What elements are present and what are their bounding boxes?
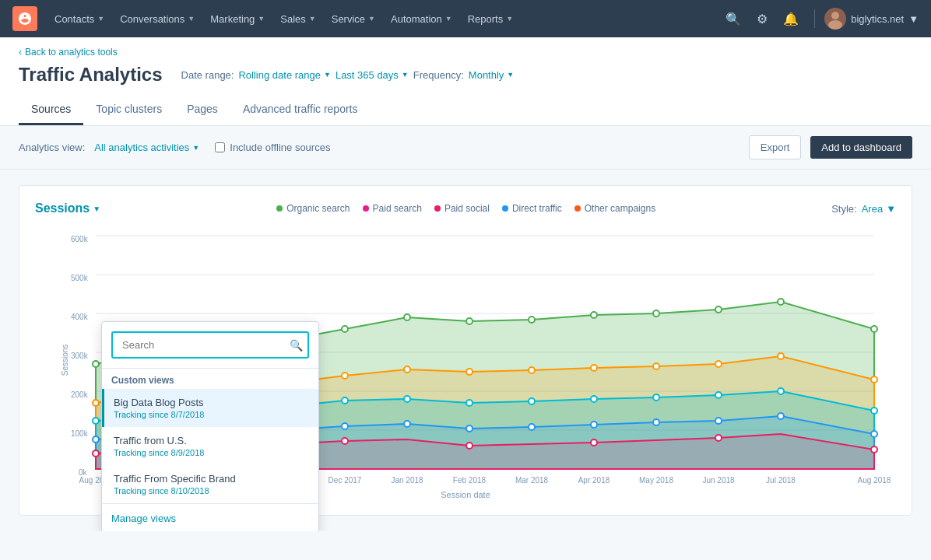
- nav-item-contacts[interactable]: Contacts▼: [47, 9, 112, 30]
- period-chevron: ▼: [402, 71, 409, 79]
- dropdown-item-traffic-from-specific-brand[interactable]: Traffic From Specific BrandTracking sinc…: [102, 465, 318, 503]
- sessions-dropdown[interactable]: Sessions ▼: [35, 201, 100, 215]
- search-icon[interactable]: 🔍: [719, 7, 747, 31]
- nav-item-conversations[interactable]: Conversations▼: [112, 9, 202, 30]
- rolling-chevron: ▼: [324, 71, 331, 79]
- svg-point-25: [591, 312, 597, 318]
- svg-text:Jan 2018: Jan 2018: [391, 476, 423, 485]
- analytics-view-value: All analytics activities: [94, 142, 189, 153]
- dropdown-item-sub: Tracking since 8/7/2018: [114, 410, 309, 419]
- svg-point-34: [342, 373, 348, 379]
- nav-item-automation[interactable]: Automation▼: [383, 9, 460, 30]
- nav-item-sales[interactable]: Sales▼: [272, 9, 323, 30]
- svg-point-49: [466, 400, 473, 406]
- user-avatar: [824, 8, 846, 30]
- svg-text:300k: 300k: [71, 352, 89, 360]
- legend-item-paid-search: Paid search: [363, 203, 422, 214]
- svg-point-63: [529, 424, 535, 430]
- nav-label-reports: Reports: [468, 13, 504, 25]
- svg-point-72: [466, 443, 473, 449]
- nav-chevron-reports: ▼: [506, 15, 513, 23]
- dropdown-item-traffic-from-u.s.[interactable]: Traffic from U.S.Tracking since 8/9/2018: [102, 427, 318, 465]
- analytics-view-dropdown[interactable]: All analytics activities ▼: [94, 142, 199, 153]
- settings-icon[interactable]: ⚙: [750, 7, 774, 31]
- sessions-label-text: Sessions: [35, 201, 90, 215]
- svg-point-17: [93, 361, 99, 367]
- legend-dot: [574, 205, 581, 212]
- svg-point-38: [591, 365, 597, 371]
- dropdown-item-title: Traffic from U.S.: [114, 435, 309, 446]
- svg-point-26: [653, 310, 659, 317]
- add-to-dashboard-button[interactable]: Add to dashboard: [810, 136, 912, 159]
- tab-topic-clusters[interactable]: Topic clusters: [83, 95, 174, 125]
- style-dropdown[interactable]: Area ▼: [862, 203, 896, 215]
- nav-items: Contacts▼Conversations▼Marketing▼Sales▼S…: [47, 9, 521, 30]
- export-button[interactable]: Export: [749, 135, 802, 159]
- svg-point-35: [404, 366, 410, 373]
- nav-label-marketing: Marketing: [210, 13, 255, 25]
- style-label: Style:: [831, 203, 857, 215]
- nav-label-sales: Sales: [280, 13, 306, 25]
- svg-point-24: [529, 317, 535, 323]
- dropdown-item-sub: Tracking since 8/10/2018: [114, 486, 309, 495]
- chart-legend: Organic searchPaid searchPaid socialDire…: [276, 203, 655, 214]
- svg-text:Dec 2017: Dec 2017: [328, 476, 362, 485]
- svg-point-69: [93, 450, 99, 457]
- user-menu[interactable]: biglytics.net ▼: [824, 8, 919, 30]
- tab-sources[interactable]: Sources: [19, 95, 83, 125]
- dropdown-item-big-data-blog-posts[interactable]: Big Data Blog PostsTracking since 8/7/20…: [102, 389, 318, 427]
- filter-row: Date range: Rolling date range ▼ Last 36…: [181, 69, 515, 81]
- svg-text:Apr 2018: Apr 2018: [578, 476, 610, 485]
- tabs: SourcesTopic clustersPagesAdvanced traff…: [19, 95, 912, 125]
- user-domain: biglytics.net: [851, 13, 904, 25]
- chart-header: Sessions ▼ Organic searchPaid searchPaid…: [35, 201, 896, 215]
- dropdown-search-box: 🔍: [102, 322, 318, 369]
- dropdown-search-input[interactable]: [111, 331, 309, 359]
- nav-label-contacts: Contacts: [54, 13, 94, 25]
- nav-label-conversations: Conversations: [120, 13, 184, 25]
- legend-dot: [276, 205, 283, 212]
- svg-point-48: [404, 396, 410, 402]
- nav-item-service[interactable]: Service▼: [324, 9, 383, 30]
- svg-point-41: [778, 353, 784, 359]
- frequency-label: Frequency:: [413, 69, 464, 81]
- frequency-dropdown[interactable]: Monthly ▼: [469, 69, 514, 81]
- date-period-value: Last 365 days: [336, 69, 399, 81]
- hubspot-logo[interactable]: [12, 6, 37, 31]
- date-period-dropdown[interactable]: Last 365 days ▼: [336, 69, 409, 81]
- nav-item-reports[interactable]: Reports▼: [460, 9, 521, 30]
- svg-point-73: [591, 439, 597, 446]
- legend-item-direct-traffic: Direct traffic: [502, 203, 562, 214]
- nav-label-service: Service: [332, 13, 365, 25]
- svg-point-42: [871, 376, 877, 383]
- svg-text:Jul 2018: Jul 2018: [766, 476, 796, 485]
- svg-text:Feb 2018: Feb 2018: [453, 476, 487, 485]
- notifications-icon[interactable]: 🔔: [777, 7, 805, 31]
- back-link[interactable]: ‹ Back to analytics tools: [19, 47, 912, 58]
- dropdown-search-button[interactable]: 🔍: [290, 339, 303, 352]
- legend-item-organic-search: Organic search: [276, 203, 350, 214]
- legend-label: Other campaigns: [585, 203, 655, 214]
- svg-text:Aug 2018: Aug 2018: [858, 476, 891, 485]
- dropdown-item-sub: Tracking since 8/9/2018: [114, 448, 309, 457]
- nav-chevron-conversations: ▼: [188, 15, 195, 23]
- manage-views-link[interactable]: Manage views: [111, 513, 176, 524]
- svg-point-74: [715, 435, 722, 441]
- legend-dot: [363, 205, 369, 212]
- include-offline-label[interactable]: Include offline sources: [230, 142, 330, 153]
- svg-point-53: [715, 392, 722, 398]
- analytics-view-dropdown-panel: 🔍 Custom views Big Data Blog PostsTracki…: [101, 321, 319, 531]
- svg-point-29: [871, 326, 877, 332]
- svg-point-37: [529, 367, 535, 373]
- svg-point-40: [715, 361, 722, 367]
- tab-pages[interactable]: Pages: [174, 95, 230, 125]
- nav-divider: [814, 9, 815, 28]
- nav-label-automation: Automation: [391, 13, 442, 25]
- svg-text:500k: 500k: [71, 274, 89, 282]
- svg-point-71: [342, 438, 348, 444]
- svg-text:May 2018: May 2018: [639, 476, 673, 485]
- include-offline-checkbox[interactable]: [215, 142, 225, 152]
- tab-advanced-traffic-reports[interactable]: Advanced traffic reports: [230, 95, 371, 125]
- nav-item-marketing[interactable]: Marketing▼: [202, 9, 272, 30]
- rolling-date-range-dropdown[interactable]: Rolling date range ▼: [238, 69, 330, 81]
